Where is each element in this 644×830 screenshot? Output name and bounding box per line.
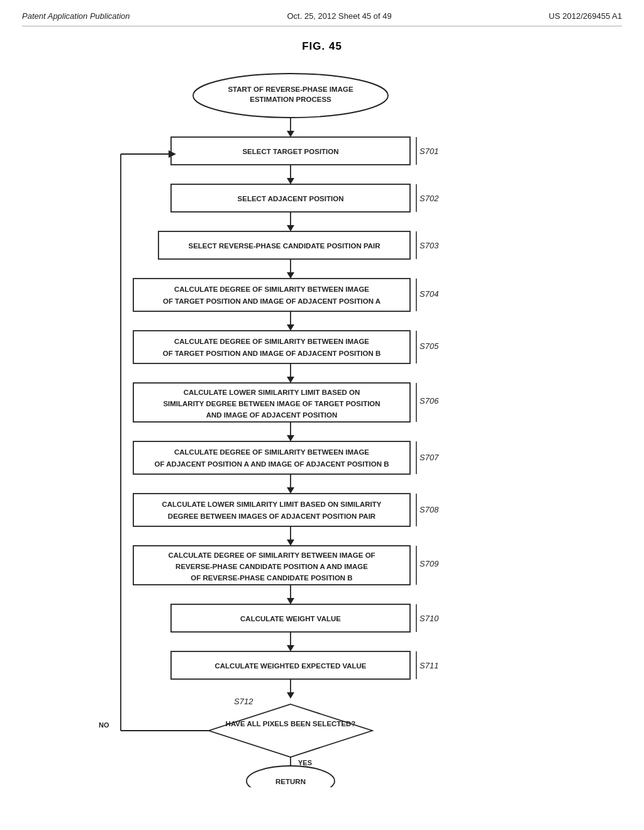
svg-text:CALCULATE LOWER SIMILARITY LIM: CALCULATE LOWER SIMILARITY LIMIT BASED O…: [184, 389, 360, 396]
svg-text:OF TARGET POSITION AND IMAGE O: OF TARGET POSITION AND IMAGE OF ADJACENT…: [163, 297, 380, 305]
svg-text:CALCULATE DEGREE OF SIMILARITY: CALCULATE DEGREE OF SIMILARITY BETWEEN I…: [174, 338, 369, 345]
s705-box: [133, 331, 410, 363]
svg-marker-41: [287, 540, 294, 546]
yes-label: YES: [298, 759, 312, 766]
svg-text:CALCULATE DEGREE OF SIMILARITY: CALCULATE DEGREE OF SIMILARITY BETWEEN I…: [168, 551, 375, 559]
s703-label: S703: [419, 241, 439, 250]
s706-label: S706: [419, 396, 439, 406]
svg-text:CALCULATE LOWER SIMILARITY LIM: CALCULATE LOWER SIMILARITY LIMIT BASED O…: [162, 501, 381, 508]
svg-text:OF TARGET POSITION AND IMAGE O: OF TARGET POSITION AND IMAGE OF ADJACENT…: [163, 350, 381, 357]
svg-marker-31: [287, 435, 294, 441]
svg-text:OF REVERSE-PHASE CANDIDATE POS: OF REVERSE-PHASE CANDIDATE POSITION B: [191, 574, 352, 582]
svg-text:CALCULATE DEGREE OF SIMILARITY: CALCULATE DEGREE OF SIMILARITY BETWEEN I…: [174, 285, 369, 293]
svg-text:START OF REVERSE-PHASE IMAGE: START OF REVERSE-PHASE IMAGE: [228, 86, 353, 93]
svg-text:OF ADJACENT POSITION A AND IMA: OF ADJACENT POSITION A AND IMAGE OF ADJA…: [155, 460, 389, 468]
s707-box: [133, 441, 410, 474]
svg-marker-25: [287, 377, 294, 383]
svg-text:SIMILARITY DEGREE BETWEEN IMAG: SIMILARITY DEGREE BETWEEN IMAGE OF TARGE…: [163, 400, 380, 407]
date-sheet: Oct. 25, 2012 Sheet 45 of 49: [287, 11, 391, 21]
svg-marker-47: [287, 598, 294, 604]
svg-text:CALCULATE WEIGHT VALUE: CALCULATE WEIGHT VALUE: [240, 615, 341, 622]
s710-label: S710: [419, 614, 439, 623]
svg-marker-11: [287, 225, 294, 231]
svg-marker-55: [287, 692, 294, 699]
svg-text:RETURN: RETURN: [275, 778, 306, 785]
svg-text:CALCULATE DEGREE OF SIMILARITY: CALCULATE DEGREE OF SIMILARITY BETWEEN I…: [174, 448, 369, 456]
s708-box: [133, 494, 410, 526]
svg-text:HAVE ALL PIXELS BEEN SELECTED?: HAVE ALL PIXELS BEEN SELECTED?: [226, 720, 356, 728]
svg-text:SELECT TARGET POSITION: SELECT TARGET POSITION: [242, 148, 338, 155]
s709-label: S709: [419, 559, 438, 568]
svg-marker-20: [287, 324, 294, 331]
svg-marker-51: [287, 645, 294, 651]
patent-number: US 2012/269455 A1: [549, 11, 622, 21]
s705-label: S705: [419, 341, 439, 351]
svg-text:REVERSE-PHASE CANDIDATE POSITI: REVERSE-PHASE CANDIDATE POSITION A AND I…: [175, 563, 368, 570]
svg-marker-7: [287, 178, 294, 184]
s704-label: S704: [419, 289, 438, 299]
svg-text:AND IMAGE OF ADJACENT POSITION: AND IMAGE OF ADJACENT POSITION: [206, 411, 338, 419]
svg-marker-36: [287, 487, 294, 494]
svg-text:SELECT REVERSE-PHASE CANDIDATE: SELECT REVERSE-PHASE CANDIDATE POSITION …: [189, 242, 381, 250]
s701-label: S701: [419, 147, 438, 156]
svg-marker-3: [287, 131, 294, 137]
svg-text:SELECT ADJACENT POSITION: SELECT ADJACENT POSITION: [238, 195, 344, 202]
svg-text:DEGREE BETWEEN IMAGES OF ADJAC: DEGREE BETWEEN IMAGES OF ADJACENT POSITI…: [168, 512, 376, 520]
s712-diamond: [209, 704, 372, 757]
flowchart-svg: text { font-family: Arial, sans-serif; f…: [39, 64, 605, 787]
fig-title: FIG. 45: [0, 40, 644, 53]
svg-marker-15: [287, 272, 294, 279]
s702-label: S702: [419, 194, 439, 203]
s711-label: S711: [419, 661, 438, 670]
s708-label: S708: [419, 505, 439, 514]
svg-text:ESTIMATION PROCESS: ESTIMATION PROCESS: [250, 96, 331, 103]
pub-label: Patent Application Publication: [22, 11, 130, 21]
s712-label: S712: [234, 697, 253, 706]
s707-label: S707: [419, 453, 439, 462]
svg-text:CALCULATE WEIGHTED EXPECTED VA: CALCULATE WEIGHTED EXPECTED VALUE: [214, 662, 366, 670]
no-label: NO: [99, 721, 109, 729]
s704-box: [133, 279, 410, 311]
